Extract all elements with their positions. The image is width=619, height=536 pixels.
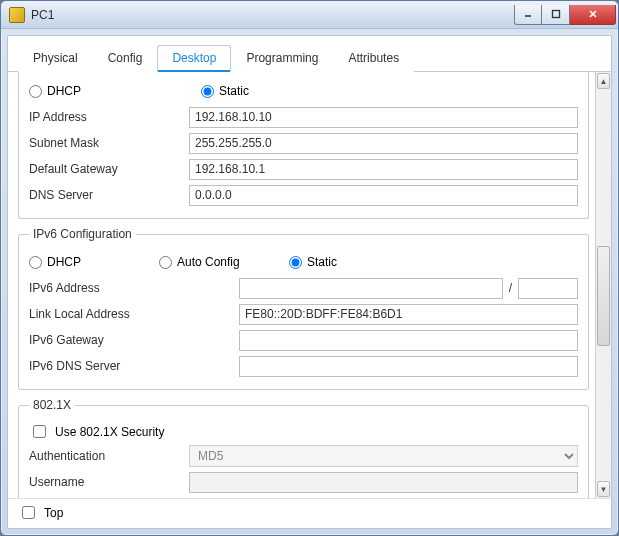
username-input[interactable]	[189, 472, 578, 493]
ipv6-legend: IPv6 Configuration	[29, 227, 136, 241]
ipv6-dns-label: IPv6 DNS Server	[29, 359, 239, 373]
link-local-input[interactable]	[239, 304, 578, 325]
ipv6-dns-input[interactable]	[239, 356, 578, 377]
ip-address-label: IP Address	[29, 110, 189, 124]
username-label: Username	[29, 475, 189, 489]
dot1x-section: 802.1X Use 802.1X Security Authenticatio…	[18, 398, 589, 498]
subnet-mask-input[interactable]	[189, 133, 578, 154]
tab-desktop[interactable]: Desktop	[157, 45, 231, 72]
ipv4-static-label: Static	[219, 84, 249, 98]
footer: Top	[8, 498, 611, 528]
scroll-up-arrow[interactable]: ▲	[597, 73, 610, 89]
auth-label: Authentication	[29, 449, 189, 463]
dns-server-input[interactable]	[189, 185, 578, 206]
ipv6-static-radio[interactable]: Static	[289, 255, 337, 269]
ipv6-address-input[interactable]	[239, 278, 503, 299]
maximize-button[interactable]	[542, 5, 570, 25]
link-local-label: Link Local Address	[29, 307, 239, 321]
tab-attributes[interactable]: Attributes	[333, 45, 414, 72]
ip-address-input[interactable]	[189, 107, 578, 128]
dot1x-legend: 802.1X	[29, 398, 75, 412]
minimize-button[interactable]	[514, 5, 542, 25]
app-window: PC1 Physical Config Desktop Programming …	[0, 0, 619, 536]
scroll-thumb[interactable]	[597, 246, 610, 346]
ipv6-static-input[interactable]	[289, 256, 302, 269]
window-buttons	[514, 5, 616, 25]
ipv6-dhcp-radio[interactable]: DHCP	[29, 255, 129, 269]
ipv6-auto-radio[interactable]: Auto Config	[159, 255, 259, 269]
tab-config[interactable]: Config	[93, 45, 158, 72]
scroll-down-arrow[interactable]: ▼	[597, 481, 610, 497]
svg-rect-1	[552, 11, 559, 18]
ipv6-prefix-input[interactable]	[518, 278, 578, 299]
ipv6-gateway-input[interactable]	[239, 330, 578, 351]
ipv4-static-input[interactable]	[201, 85, 214, 98]
subnet-mask-label: Subnet Mask	[29, 136, 189, 150]
ipv6-static-label: Static	[307, 255, 337, 269]
titlebar[interactable]: PC1	[1, 1, 618, 29]
tab-bar: Physical Config Desktop Programming Attr…	[8, 36, 611, 72]
ipv6-section: IPv6 Configuration DHCP Auto Config S	[18, 227, 589, 390]
content-pane: DHCP Static IP Address Subnet Mask	[8, 72, 595, 498]
client-area: Physical Config Desktop Programming Attr…	[7, 35, 612, 529]
ipv4-dhcp-radio[interactable]: DHCP	[29, 84, 81, 98]
use-8021x-checkbox[interactable]	[33, 425, 46, 438]
ipv4-dhcp-input[interactable]	[29, 85, 42, 98]
top-checkbox[interactable]	[22, 506, 35, 519]
default-gateway-label: Default Gateway	[29, 162, 189, 176]
top-label: Top	[44, 506, 63, 520]
ipv6-auto-label: Auto Config	[177, 255, 240, 269]
ipv6-dhcp-input[interactable]	[29, 256, 42, 269]
dns-server-label: DNS Server	[29, 188, 189, 202]
scroll-track[interactable]	[596, 90, 611, 480]
ipv6-address-label: IPv6 Address	[29, 281, 239, 295]
ipv6-prefix-slash: /	[509, 281, 512, 295]
ipv4-dhcp-label: DHCP	[47, 84, 81, 98]
ipv6-auto-input[interactable]	[159, 256, 172, 269]
default-gateway-input[interactable]	[189, 159, 578, 180]
tab-physical[interactable]: Physical	[18, 45, 93, 72]
ipv6-dhcp-label: DHCP	[47, 255, 81, 269]
ipv4-section: DHCP Static IP Address Subnet Mask	[18, 72, 589, 219]
app-icon	[9, 7, 25, 23]
window-title: PC1	[31, 8, 514, 22]
tab-programming[interactable]: Programming	[231, 45, 333, 72]
ipv6-gateway-label: IPv6 Gateway	[29, 333, 239, 347]
use-8021x-label: Use 802.1X Security	[55, 425, 164, 439]
ipv4-static-radio[interactable]: Static	[201, 84, 249, 98]
vertical-scrollbar[interactable]: ▲ ▼	[595, 72, 611, 498]
close-button[interactable]	[570, 5, 616, 25]
auth-select[interactable]: MD5	[189, 445, 578, 467]
